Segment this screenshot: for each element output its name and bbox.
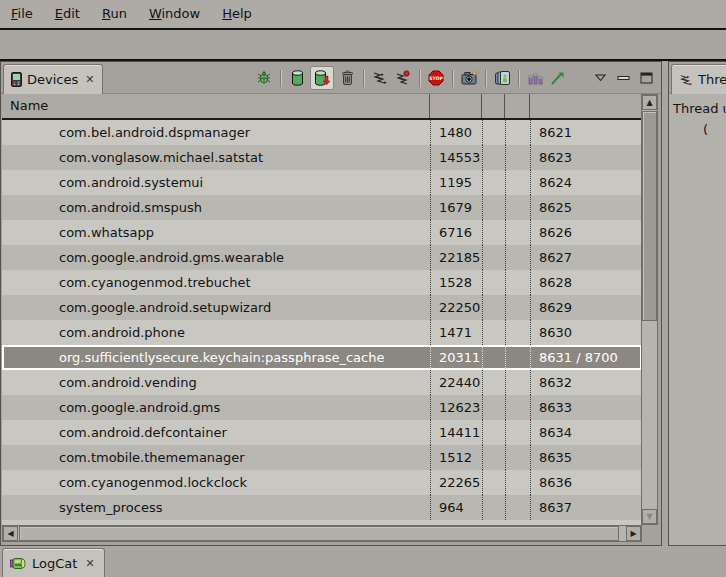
cell-c1 <box>482 395 505 420</box>
cell-c2 <box>505 270 530 295</box>
column-header-blank1[interactable] <box>482 94 505 118</box>
devices-toolbar: STOP <box>255 65 655 91</box>
cell-port: 8628 <box>530 270 642 295</box>
table-row[interactable]: com.android.phone14718630 <box>2 320 642 345</box>
scroll-up-button[interactable]: ▲ <box>642 95 657 110</box>
tab-threads[interactable]: Threads <box>671 64 726 94</box>
tab-devices[interactable]: Devices ✕ <box>3 64 103 94</box>
table-row[interactable]: org.sufficientlysecure.keychain:passphra… <box>2 345 642 370</box>
table-row[interactable]: com.whatsapp67168626 <box>2 220 642 245</box>
close-icon[interactable]: ✕ <box>83 73 94 86</box>
cell-name: com.android.smspush <box>2 195 430 220</box>
table-row[interactable]: com.android.defcontainer144118634 <box>2 420 642 445</box>
debug-icon[interactable] <box>255 69 273 87</box>
logcat-tab-label: LogCat <box>32 556 77 571</box>
maximize-icon[interactable] <box>637 69 655 87</box>
horizontal-scrollbar[interactable]: ◀ ▶ <box>2 525 642 542</box>
device-phone-icon <box>11 72 22 87</box>
cell-name: system_process <box>2 495 430 520</box>
cell-port: 8627 <box>530 245 642 270</box>
menu-item-window[interactable]: Window <box>138 2 211 26</box>
cell-c2 <box>505 170 530 195</box>
scroll-left-button[interactable]: ◀ <box>3 526 18 541</box>
screen-capture-icon[interactable] <box>460 69 478 87</box>
scroll-down-button[interactable]: ▼ <box>642 509 657 524</box>
cell-port: 8625 <box>530 195 642 220</box>
cell-pid: 14411 <box>430 420 482 445</box>
cell-c1 <box>482 495 505 520</box>
menu-item-run[interactable]: Run <box>91 2 138 26</box>
cell-name: com.tmobile.thememanager <box>2 445 430 470</box>
cell-name: com.google.android.setupwizard <box>2 295 430 320</box>
cell-port: 8630 <box>530 320 642 345</box>
table-row[interactable]: com.cyanogenmod.lockclock222658636 <box>2 470 642 495</box>
horizontal-scrollbar-thumb[interactable] <box>19 526 619 541</box>
table-row[interactable]: com.bel.android.dspmanager14808621 <box>2 120 642 145</box>
cell-name: com.google.android.gms.wearable <box>2 245 430 270</box>
table-row[interactable]: com.google.android.setupwizard222508629 <box>2 295 642 320</box>
cell-c2 <box>505 320 530 345</box>
toolbar-separator <box>452 70 453 87</box>
cell-pid: 6716 <box>430 220 482 245</box>
column-header-blank2[interactable] <box>505 94 530 118</box>
update-heap-icon[interactable] <box>288 69 306 87</box>
start-profiling-arrow-icon[interactable] <box>549 69 567 87</box>
column-header-name[interactable]: Name <box>2 94 430 118</box>
table-row[interactable]: com.android.smspush16798625 <box>2 195 642 220</box>
table-row[interactable]: com.google.android.gms.wearable221858627 <box>2 245 642 270</box>
cell-port: 8637 <box>530 495 642 520</box>
cell-c2 <box>505 445 530 470</box>
ui-hierarchy-icon[interactable] <box>493 69 511 87</box>
cell-pid: 1480 <box>430 120 482 145</box>
gc-trash-icon[interactable] <box>338 69 356 87</box>
heap-tracking-icon[interactable] <box>526 69 544 87</box>
cell-c2 <box>505 495 530 520</box>
cell-c2 <box>505 195 530 220</box>
table-row[interactable]: com.tmobile.thememanager15128635 <box>2 445 642 470</box>
minimize-icon[interactable] <box>614 69 632 87</box>
cell-pid: 1471 <box>430 320 482 345</box>
cell-c2 <box>505 220 530 245</box>
menu-item-edit[interactable]: Edit <box>44 2 91 26</box>
view-menu-icon[interactable] <box>591 69 609 87</box>
cell-pid: 14553 <box>430 145 482 170</box>
cell-pid: 12623 <box>430 395 482 420</box>
cell-name: com.android.systemui <box>2 170 430 195</box>
threads-message-line1: Thread up <box>673 98 726 119</box>
devices-tabbar: Devices ✕ <box>1 62 661 94</box>
scroll-right-button[interactable]: ▶ <box>626 526 641 541</box>
vertical-scrollbar[interactable]: ▲ ▼ <box>641 94 658 525</box>
cell-port: 8633 <box>530 395 642 420</box>
cell-pid: 22440 <box>430 370 482 395</box>
cell-c1 <box>482 170 505 195</box>
table-row[interactable]: com.cyanogenmod.trebuchet15288628 <box>2 270 642 295</box>
cell-pid: 1512 <box>430 445 482 470</box>
menu-bar: FileEditRunWindowHelp <box>0 0 726 30</box>
cell-port: 8635 <box>530 445 642 470</box>
cell-pid: 1679 <box>430 195 482 220</box>
cell-c1 <box>482 345 505 370</box>
cell-c2 <box>505 470 530 495</box>
table-row[interactable]: com.google.android.gms126238633 <box>2 395 642 420</box>
cell-c1 <box>482 445 505 470</box>
menu-item-file[interactable]: File <box>0 2 44 26</box>
vertical-scrollbar-thumb[interactable] <box>642 111 657 321</box>
table-row[interactable]: com.android.vending224408632 <box>2 370 642 395</box>
stop-process-icon[interactable]: STOP <box>427 69 445 87</box>
table-row[interactable]: com.vonglasow.michael.satstat145538623 <box>2 145 642 170</box>
column-header-port[interactable] <box>530 94 642 118</box>
dump-hprof-icon[interactable] <box>310 66 334 90</box>
menu-item-help[interactable]: Help <box>211 2 263 26</box>
tab-logcat[interactable]: LogCat ✕ <box>2 548 105 577</box>
threads-message: Thread up ( <box>669 94 726 140</box>
bottom-tab-band: LogCat ✕ <box>0 547 726 577</box>
main-area: Devices ✕ <box>0 61 726 546</box>
column-header-pid[interactable] <box>430 94 482 118</box>
table-row[interactable]: system_process9648637 <box>2 495 642 520</box>
method-profiling-threads-icon[interactable] <box>394 69 412 87</box>
cell-pid: 20311 <box>430 345 482 370</box>
cell-port: 8626 <box>530 220 642 245</box>
update-threads-icon[interactable] <box>371 69 389 87</box>
table-row[interactable]: com.android.systemui11958624 <box>2 170 642 195</box>
close-icon[interactable]: ✕ <box>83 557 94 570</box>
